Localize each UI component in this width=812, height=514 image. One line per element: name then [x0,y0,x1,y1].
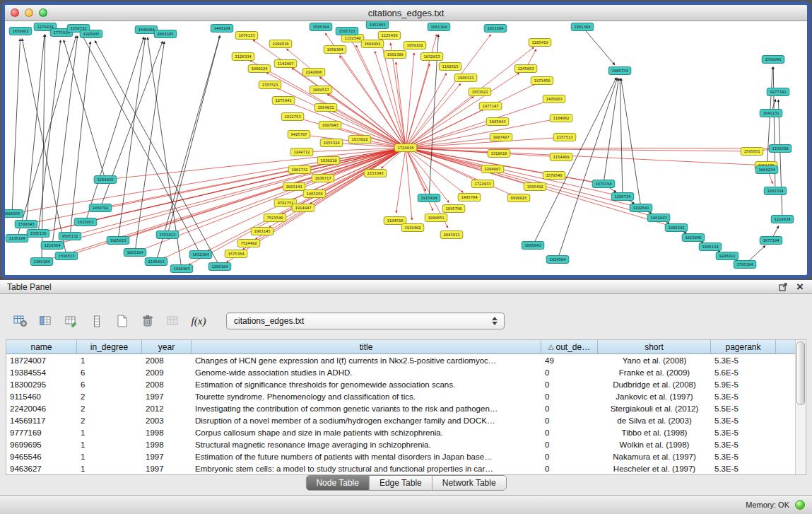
graph-node[interactable]: 1275841 [272,97,295,105]
graph-node[interactable]: 1966734 [608,67,631,75]
vertical-scrollbar[interactable] [795,340,806,474]
graph-node[interactable]: 1262334 [764,187,787,195]
graph-node[interactable]: 2126334 [232,53,254,61]
graph-edge[interactable] [108,148,401,206]
graph-node[interactable]: 9245012 [716,252,739,260]
graph-node[interactable]: 2242006 [302,69,325,76]
row-options-button[interactable] [88,312,106,330]
graph-node[interactable]: 1953821 [469,88,491,96]
graph-node[interactable]: 1152540 [341,35,364,42]
table-row[interactable]: 1830029562008Estimation of significance … [6,378,806,390]
graph-node[interactable]: 1655324 [320,139,343,147]
graph-edge[interactable] [148,37,182,264]
graph-edge[interactable] [20,148,401,212]
graph-node[interactable]: 1244712 [290,148,313,156]
graph-node[interactable]: 1086043 [522,242,544,250]
table-options-button[interactable] [11,312,30,330]
graph-node[interactable]: 1895796 [442,205,465,213]
graph-node[interactable]: 1495704 [458,194,481,201]
graph-node[interactable]: 1136104 [6,235,28,243]
graph-node[interactable]: 1036717 [312,175,334,182]
new-table-button[interactable] [113,312,131,330]
graph-edge[interactable] [78,149,402,235]
scrollbar-thumb[interactable] [796,341,805,405]
graph-node[interactable]: 1679194 [592,180,615,188]
graph-node[interactable]: 1724016 [394,144,417,152]
graph-node[interactable]: 1268104 [208,263,231,271]
graph-edge[interactable] [87,37,144,218]
column-header-name[interactable]: name [6,340,77,354]
graph-node[interactable]: 1007427 [490,134,512,141]
graph-node[interactable]: 1595851 [741,148,763,156]
graph-node[interactable]: 1586104 [310,23,332,31]
graph-edge[interactable] [290,103,401,146]
graph-node[interactable]: 1954031 [314,104,337,112]
graph-node[interactable]: 1861731 [288,166,311,174]
graph-node[interactable]: 1595723 [336,28,358,35]
table-row[interactable]: 2242004622012Investigating the contribut… [6,402,806,414]
graph-edge[interactable] [136,42,165,248]
graph-edge[interactable] [208,150,402,251]
table-row[interactable]: 946554611997Estimation of the future num… [6,450,806,462]
graph-node[interactable]: 1585492 [524,183,546,191]
graph-edge[interactable] [356,45,404,144]
graph-node[interactable]: 2063105 [154,30,177,38]
graph-edge[interactable] [42,35,45,257]
edit-columns-button[interactable] [62,312,81,330]
graph-node[interactable]: 1914447 [292,204,314,212]
show-columns-button[interactable] [37,312,55,330]
graph-edge[interactable] [406,53,414,144]
tab-network-table[interactable]: Network Table [433,476,506,490]
graph-node[interactable]: 1310616 [488,150,510,158]
graph-edge[interactable] [406,152,413,220]
graph-edge[interactable] [408,151,426,191]
graph-node[interactable]: 1162615 [439,63,461,71]
graph-node[interactable]: 1830210 [317,157,340,165]
close-panel-icon[interactable]: × [796,282,804,292]
graph-node[interactable]: 1959182 [404,42,426,49]
graph-node[interactable]: 1210364 [41,242,64,250]
graph-node[interactable]: 1159580 [769,145,792,153]
graph-node[interactable]: 1973458 [531,77,553,85]
graph-node[interactable]: 1481043 [647,214,670,222]
graph-edge[interactable] [409,97,473,146]
graph-edge[interactable] [585,30,615,65]
graph-node[interactable]: 1192641 [630,204,652,212]
graph-node[interactable]: 8996025 [507,194,530,202]
graph-edge[interactable] [60,149,402,243]
graph-node[interactable]: 1641231 [760,110,782,117]
graph-node[interactable]: 1795304 [734,261,756,269]
graph-edge[interactable] [773,226,779,237]
graph-node[interactable]: 7524402 [237,240,260,247]
graph-node[interactable]: 1505136 [27,230,49,238]
function-builder-button[interactable]: f(x) [189,312,208,330]
graph-edge[interactable] [93,148,401,220]
window-titlebar[interactable]: citations_edges.txt [5,5,807,21]
graph-node[interactable]: 1963145 [251,228,273,235]
graph-node[interactable]: 1650062 [9,28,32,35]
graph-node[interactable]: 1833022 [348,136,371,144]
tab-node-table[interactable]: Node Table [306,476,370,490]
graph-node[interactable]: 1986321 [454,74,477,82]
graph-node[interactable]: 1575364 [225,250,247,258]
graph-node[interactable]: 1661304 [428,23,450,31]
graph-node[interactable]: 1154469 [550,153,572,161]
graph-node[interactable]: 1915053 [74,218,97,226]
table-row[interactable]: 946362711997Embryonic stem cells: a mode… [6,462,806,474]
graph-edge[interactable] [559,78,618,255]
table-row[interactable]: 911546021997Tourette syndrome. Phenomeno… [6,390,806,402]
graph-node[interactable]: 1032013 [420,53,443,61]
graph-edge[interactable] [95,41,218,263]
graph-node[interactable]: 1264035 [94,176,117,184]
graph-node[interactable]: 2043811 [440,231,463,239]
graph-node[interactable]: 1210634 [771,216,794,223]
graph-node[interactable]: 1807043 [319,122,341,129]
graph-node[interactable]: 1245083 [514,65,537,73]
graph-node[interactable]: 1977147 [479,103,502,110]
graph-node[interactable]: 1142007 [274,60,297,68]
graph-edge[interactable] [396,152,406,213]
graph-node[interactable]: 9277341 [767,88,789,96]
graph-node[interactable]: 1981309 [384,51,406,59]
graph-edge[interactable] [621,78,640,204]
table-row[interactable]: 977716911998Corpus callosum shape and si… [6,426,806,438]
